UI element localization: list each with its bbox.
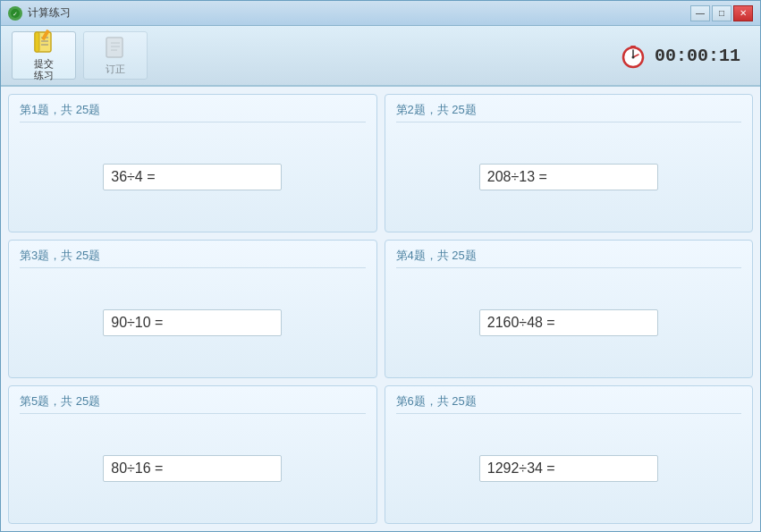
- problem-card-6: 第6题，共 25题 1292÷34 =: [385, 385, 754, 524]
- expr-text-5: 80÷16 =: [111, 460, 163, 477]
- expr-text-2: 208÷13 =: [487, 169, 547, 185]
- window-title: 计算练习: [28, 5, 71, 21]
- expr-text-4: 2160÷48 =: [487, 315, 555, 331]
- problem-card-3: 第3题，共 25题 90÷10 =: [8, 240, 377, 378]
- expr-text-3: 90÷10 =: [111, 315, 163, 331]
- problem-header-6: 第6题，共 25题: [396, 393, 742, 414]
- svg-rect-3: [35, 32, 39, 52]
- correct-label: 订正: [106, 63, 125, 75]
- expr-text-1: 36÷4 =: [111, 169, 155, 185]
- problem-header-1: 第1题，共 25题: [20, 102, 366, 122]
- answer-area-5: 80÷16 =: [103, 455, 282, 482]
- problem-header-2: 第2题，共 25题: [396, 102, 742, 122]
- window-controls: — □ ✕: [690, 5, 753, 21]
- problem-card-1: 第1题，共 25题 36÷4 =: [8, 94, 377, 232]
- problems-grid: 第1题，共 25题 36÷4 = 第2题，共 25题 208÷13 =: [1, 87, 760, 531]
- toolbar: 提交练习 订正: [1, 26, 760, 87]
- problem-expression-4: 2160÷48 =: [479, 309, 658, 336]
- svg-text:✓: ✓: [13, 11, 18, 17]
- submit-button[interactable]: 提交练习: [12, 31, 76, 80]
- problem-card-2: 第2题，共 25题 208÷13 =: [385, 94, 754, 232]
- title-bar: ✓ 计算练习 — □ ✕: [1, 1, 760, 26]
- answer-area-6: 1292÷34 =: [479, 455, 658, 482]
- app-icon: ✓: [8, 6, 22, 21]
- answer-area-1: 36÷4 =: [103, 164, 282, 190]
- correct-button[interactable]: 订正: [83, 31, 148, 80]
- minimize-button[interactable]: —: [690, 5, 710, 21]
- problem-expression-5: 80÷16 =: [103, 455, 282, 482]
- close-button[interactable]: ✕: [733, 5, 753, 21]
- problem-expression-3: 90÷10 =: [103, 309, 282, 336]
- problem-expression-1: 36÷4 =: [103, 164, 282, 190]
- problem-expression-2: 208÷13 =: [479, 164, 658, 190]
- svg-rect-8: [106, 38, 123, 57]
- main-window: ✓ 计算练习 — □ ✕: [0, 0, 761, 532]
- problem-body-1: 36÷4 =: [20, 130, 366, 224]
- problem-card-5: 第5题，共 25题 80÷16 =: [8, 385, 377, 524]
- correct-icon: [103, 35, 128, 60]
- timer-display: 00:00:11: [655, 46, 740, 66]
- svg-point-16: [631, 56, 634, 59]
- problem-body-5: 80÷16 =: [20, 421, 366, 516]
- problem-expression-6: 1292÷34 =: [479, 455, 658, 482]
- problem-header-4: 第4题，共 25题: [396, 248, 742, 268]
- submit-label: 提交练习: [34, 58, 54, 81]
- answer-area-4: 2160÷48 =: [479, 309, 658, 336]
- answer-area-2: 208÷13 =: [479, 164, 658, 190]
- problem-body-3: 90÷10 =: [20, 275, 366, 370]
- maximize-button[interactable]: □: [712, 5, 731, 21]
- problem-header-5: 第5题，共 25题: [20, 393, 366, 414]
- problem-body-6: 1292÷34 =: [396, 421, 742, 516]
- timer-icon: [619, 41, 647, 70]
- problem-header-3: 第3题，共 25题: [20, 248, 366, 268]
- problem-body-2: 208÷13 =: [396, 130, 742, 224]
- expr-text-6: 1292÷34 =: [487, 460, 555, 477]
- title-bar-left: ✓ 计算练习: [8, 5, 71, 21]
- problem-card-4: 第4题，共 25题 2160÷48 =: [385, 240, 754, 378]
- submit-icon: [31, 30, 56, 55]
- problem-body-4: 2160÷48 =: [396, 275, 742, 370]
- timer-area: 00:00:11: [619, 41, 740, 70]
- svg-rect-13: [630, 46, 636, 48]
- answer-area-3: 90÷10 =: [103, 309, 282, 336]
